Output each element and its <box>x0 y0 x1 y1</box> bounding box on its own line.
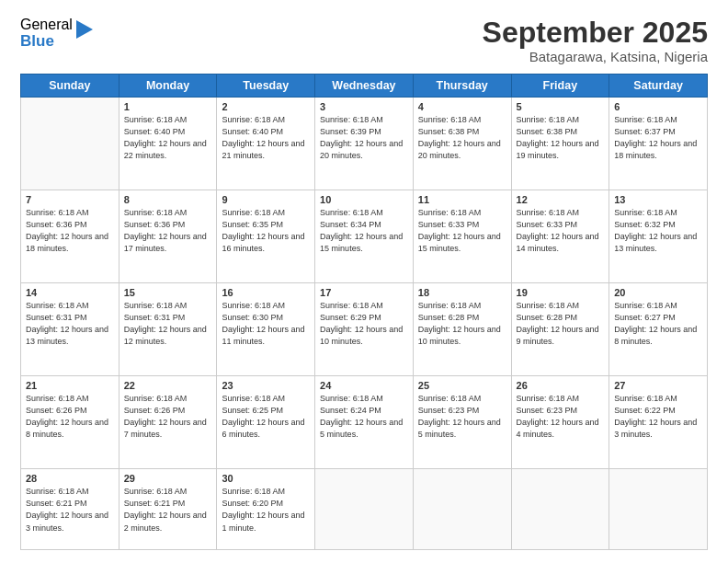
day-number: 17 <box>320 287 408 298</box>
day-info: Sunrise: 6:18 AM Sunset: 6:33 PM Dayligh… <box>517 207 605 255</box>
day-number: 7 <box>26 194 114 205</box>
calendar-cell: 13Sunrise: 6:18 AM Sunset: 6:32 PM Dayli… <box>609 190 708 283</box>
day-number: 25 <box>418 380 506 391</box>
calendar-week-4: 21Sunrise: 6:18 AM Sunset: 6:26 PM Dayli… <box>21 376 708 469</box>
calendar-cell: 22Sunrise: 6:18 AM Sunset: 6:26 PM Dayli… <box>119 376 217 469</box>
day-info: Sunrise: 6:18 AM Sunset: 6:23 PM Dayligh… <box>418 393 506 441</box>
day-info: Sunrise: 6:18 AM Sunset: 6:30 PM Dayligh… <box>222 300 310 348</box>
day-info: Sunrise: 6:18 AM Sunset: 6:24 PM Dayligh… <box>320 393 408 441</box>
page: General Blue September 2025 Batagarawa, … <box>0 0 728 563</box>
day-info: Sunrise: 6:18 AM Sunset: 6:25 PM Dayligh… <box>222 393 310 441</box>
title-block: September 2025 Batagarawa, Katsina, Nige… <box>483 17 708 64</box>
day-number: 13 <box>614 194 702 205</box>
calendar-cell <box>21 98 119 190</box>
day-info: Sunrise: 6:18 AM Sunset: 6:26 PM Dayligh… <box>124 393 212 441</box>
day-info: Sunrise: 6:18 AM Sunset: 6:31 PM Dayligh… <box>26 300 114 348</box>
day-number: 24 <box>320 380 408 391</box>
day-number: 8 <box>124 194 212 205</box>
day-info: Sunrise: 6:18 AM Sunset: 6:27 PM Dayligh… <box>614 300 702 348</box>
calendar-cell: 29Sunrise: 6:18 AM Sunset: 6:21 PM Dayli… <box>119 469 217 550</box>
day-info: Sunrise: 6:18 AM Sunset: 6:36 PM Dayligh… <box>26 207 114 255</box>
calendar-header-friday: Friday <box>511 75 609 98</box>
day-number: 20 <box>614 287 702 298</box>
day-info: Sunrise: 6:18 AM Sunset: 6:29 PM Dayligh… <box>320 300 408 348</box>
day-number: 26 <box>517 380 605 391</box>
calendar-cell: 15Sunrise: 6:18 AM Sunset: 6:31 PM Dayli… <box>119 283 217 376</box>
logo-blue: Blue <box>20 33 73 51</box>
calendar-cell: 12Sunrise: 6:18 AM Sunset: 6:33 PM Dayli… <box>511 190 609 283</box>
calendar-cell: 16Sunrise: 6:18 AM Sunset: 6:30 PM Dayli… <box>217 283 315 376</box>
calendar-cell: 6Sunrise: 6:18 AM Sunset: 6:37 PM Daylig… <box>609 98 708 190</box>
calendar-cell: 14Sunrise: 6:18 AM Sunset: 6:31 PM Dayli… <box>21 283 119 376</box>
day-info: Sunrise: 6:18 AM Sunset: 6:38 PM Dayligh… <box>418 114 506 162</box>
day-number: 10 <box>320 194 408 205</box>
calendar-cell: 3Sunrise: 6:18 AM Sunset: 6:39 PM Daylig… <box>315 98 414 190</box>
calendar-week-1: 1Sunrise: 6:18 AM Sunset: 6:40 PM Daylig… <box>21 98 708 190</box>
calendar-cell: 30Sunrise: 6:18 AM Sunset: 6:20 PM Dayli… <box>217 469 315 550</box>
day-info: Sunrise: 6:18 AM Sunset: 6:34 PM Dayligh… <box>320 207 408 255</box>
header: General Blue September 2025 Batagarawa, … <box>20 17 708 64</box>
day-number: 12 <box>517 194 605 205</box>
calendar-header-row: SundayMondayTuesdayWednesdayThursdayFrid… <box>21 75 708 98</box>
day-info: Sunrise: 6:18 AM Sunset: 6:38 PM Dayligh… <box>517 114 605 162</box>
day-number: 30 <box>222 473 310 484</box>
day-number: 6 <box>614 101 702 112</box>
day-info: Sunrise: 6:18 AM Sunset: 6:35 PM Dayligh… <box>222 207 310 255</box>
calendar-header-monday: Monday <box>119 75 217 98</box>
day-info: Sunrise: 6:18 AM Sunset: 6:26 PM Dayligh… <box>26 393 114 441</box>
calendar-table: SundayMondayTuesdayWednesdayThursdayFrid… <box>20 74 708 550</box>
calendar-cell: 27Sunrise: 6:18 AM Sunset: 6:22 PM Dayli… <box>609 376 708 469</box>
calendar-cell: 18Sunrise: 6:18 AM Sunset: 6:28 PM Dayli… <box>413 283 511 376</box>
day-number: 3 <box>320 101 408 112</box>
day-number: 16 <box>222 287 310 298</box>
calendar-cell: 28Sunrise: 6:18 AM Sunset: 6:21 PM Dayli… <box>21 469 119 550</box>
calendar-cell: 4Sunrise: 6:18 AM Sunset: 6:38 PM Daylig… <box>413 98 511 190</box>
day-info: Sunrise: 6:18 AM Sunset: 6:39 PM Dayligh… <box>320 114 408 162</box>
day-number: 1 <box>124 101 212 112</box>
day-number: 19 <box>517 287 605 298</box>
logo-icon <box>74 17 95 46</box>
calendar-cell: 21Sunrise: 6:18 AM Sunset: 6:26 PM Dayli… <box>21 376 119 469</box>
calendar-cell <box>511 469 609 550</box>
day-info: Sunrise: 6:18 AM Sunset: 6:37 PM Dayligh… <box>614 114 702 162</box>
day-info: Sunrise: 6:18 AM Sunset: 6:40 PM Dayligh… <box>222 114 310 162</box>
day-info: Sunrise: 6:18 AM Sunset: 6:31 PM Dayligh… <box>124 300 212 348</box>
day-info: Sunrise: 6:18 AM Sunset: 6:32 PM Dayligh… <box>614 207 702 255</box>
day-info: Sunrise: 6:18 AM Sunset: 6:28 PM Dayligh… <box>517 300 605 348</box>
calendar-header-wednesday: Wednesday <box>315 75 414 98</box>
day-info: Sunrise: 6:18 AM Sunset: 6:21 PM Dayligh… <box>26 486 114 534</box>
day-number: 5 <box>517 101 605 112</box>
calendar-cell: 26Sunrise: 6:18 AM Sunset: 6:23 PM Dayli… <box>511 376 609 469</box>
day-info: Sunrise: 6:18 AM Sunset: 6:28 PM Dayligh… <box>418 300 506 348</box>
calendar-week-3: 14Sunrise: 6:18 AM Sunset: 6:31 PM Dayli… <box>21 283 708 376</box>
day-info: Sunrise: 6:18 AM Sunset: 6:22 PM Dayligh… <box>614 393 702 441</box>
calendar-header-thursday: Thursday <box>413 75 511 98</box>
calendar-cell: 19Sunrise: 6:18 AM Sunset: 6:28 PM Dayli… <box>511 283 609 376</box>
day-number: 18 <box>418 287 506 298</box>
calendar-header-tuesday: Tuesday <box>217 75 315 98</box>
calendar-cell: 11Sunrise: 6:18 AM Sunset: 6:33 PM Dayli… <box>413 190 511 283</box>
day-number: 28 <box>26 473 114 484</box>
day-number: 11 <box>418 194 506 205</box>
day-number: 14 <box>26 287 114 298</box>
day-number: 2 <box>222 101 310 112</box>
day-info: Sunrise: 6:18 AM Sunset: 6:40 PM Dayligh… <box>124 114 212 162</box>
calendar-cell: 1Sunrise: 6:18 AM Sunset: 6:40 PM Daylig… <box>119 98 217 190</box>
day-number: 23 <box>222 380 310 391</box>
day-number: 27 <box>614 380 702 391</box>
day-number: 29 <box>124 473 212 484</box>
day-number: 4 <box>418 101 506 112</box>
day-number: 9 <box>222 194 310 205</box>
calendar-header-saturday: Saturday <box>609 75 708 98</box>
day-info: Sunrise: 6:18 AM Sunset: 6:33 PM Dayligh… <box>418 207 506 255</box>
calendar-cell: 20Sunrise: 6:18 AM Sunset: 6:27 PM Dayli… <box>609 283 708 376</box>
day-info: Sunrise: 6:18 AM Sunset: 6:23 PM Dayligh… <box>517 393 605 441</box>
calendar-cell: 10Sunrise: 6:18 AM Sunset: 6:34 PM Dayli… <box>315 190 414 283</box>
calendar-cell: 23Sunrise: 6:18 AM Sunset: 6:25 PM Dayli… <box>217 376 315 469</box>
calendar-cell: 25Sunrise: 6:18 AM Sunset: 6:23 PM Dayli… <box>413 376 511 469</box>
day-info: Sunrise: 6:18 AM Sunset: 6:36 PM Dayligh… <box>124 207 212 255</box>
svg-marker-0 <box>76 20 93 39</box>
calendar-cell: 7Sunrise: 6:18 AM Sunset: 6:36 PM Daylig… <box>21 190 119 283</box>
calendar-cell: 8Sunrise: 6:18 AM Sunset: 6:36 PM Daylig… <box>119 190 217 283</box>
calendar-cell <box>609 469 708 550</box>
